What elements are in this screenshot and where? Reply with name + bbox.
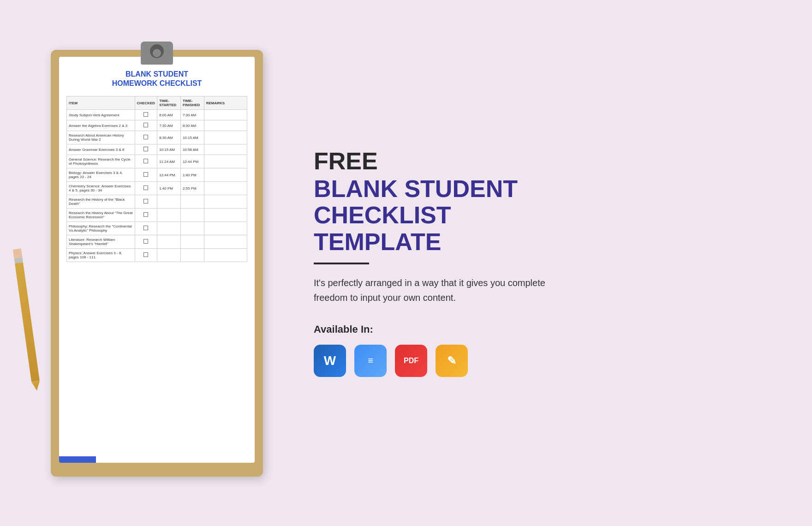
- cell-started: [157, 209, 181, 222]
- header-started: TIME-STARTED: [157, 96, 181, 110]
- pencil-decoration: [13, 248, 42, 395]
- checkbox[interactable]: [143, 123, 148, 127]
- cell-finished: 7:30 AM: [180, 110, 204, 120]
- checkbox[interactable]: [143, 212, 148, 217]
- cell-finished: 1:40 PM: [180, 168, 204, 182]
- header-remarks: REMARKS: [204, 96, 247, 110]
- cell-checked[interactable]: [135, 209, 157, 222]
- word-icon-label: W: [324, 353, 336, 368]
- main-title: BLANK STUDENT CHECKLIST TEMPLATE: [314, 176, 775, 255]
- cell-item: Study Subject-Verb Agreement: [67, 110, 135, 120]
- cell-checked[interactable]: [135, 144, 157, 155]
- pdf-icon[interactable]: PDF: [395, 345, 427, 377]
- cell-remarks: [204, 235, 247, 249]
- docs-icon-label: ≡: [368, 355, 373, 366]
- cell-remarks: [204, 249, 247, 262]
- checkbox[interactable]: [143, 135, 148, 139]
- checkbox[interactable]: [143, 159, 148, 163]
- checklist-title: BLANK STUDENT HOMEWORK CHECKLIST: [66, 70, 247, 89]
- checkbox[interactable]: [143, 252, 148, 257]
- cell-finished: 12:44 PM: [180, 155, 204, 168]
- header-checked: CHECKED: [135, 96, 157, 110]
- cell-remarks: [204, 110, 247, 120]
- free-label: FREE: [314, 149, 775, 173]
- cell-item: Answer Grammar Exercises 3 & 6: [67, 144, 135, 155]
- checkbox[interactable]: [143, 185, 148, 190]
- table-row: Research the History of the "Black Death…: [67, 195, 247, 209]
- header-item: ITEM: [67, 96, 135, 110]
- cell-finished: [180, 209, 204, 222]
- cell-item: Literature: Research William Shakespeare…: [67, 235, 135, 249]
- table-row: Answer the Algebra Exercises 2 & 37:30 A…: [67, 120, 247, 131]
- cell-item: Research the History About "The Great Ec…: [67, 209, 135, 222]
- table-row: Philosophy: Research the "Continental Vs…: [67, 222, 247, 235]
- cell-remarks: [204, 131, 247, 144]
- table-row: Biology: Answer Exercises 3 & 4, pages 2…: [67, 168, 247, 182]
- cell-item: Biology: Answer Exercises 3 & 4, pages 2…: [67, 168, 135, 182]
- cell-checked[interactable]: [135, 168, 157, 182]
- cell-item: Physics: Answer Exercises 3 - 8, pages 1…: [67, 249, 135, 262]
- table-row: Physics: Answer Exercises 3 - 8, pages 1…: [67, 249, 247, 262]
- pencil-tip-wood: [31, 381, 41, 391]
- checkbox[interactable]: [143, 239, 148, 244]
- cell-started: 10:15 AM: [157, 144, 181, 155]
- cell-finished: 10:15 AM: [180, 131, 204, 144]
- cell-started: [157, 195, 181, 209]
- cell-remarks: [204, 144, 247, 155]
- cell-checked[interactable]: [135, 195, 157, 209]
- checkbox[interactable]: [143, 112, 148, 117]
- table-row: Research About American History During W…: [67, 131, 247, 144]
- cell-remarks: [204, 222, 247, 235]
- cell-checked[interactable]: [135, 131, 157, 144]
- cell-checked[interactable]: [135, 182, 157, 195]
- cell-remarks: [204, 120, 247, 131]
- cell-checked[interactable]: [135, 120, 157, 131]
- cell-item: Chemistry Science: Answer Exercises 4 & …: [67, 182, 135, 195]
- cell-started: 12:44 PM: [157, 168, 181, 182]
- pencil-body: [15, 262, 40, 382]
- cell-checked[interactable]: [135, 235, 157, 249]
- cell-item: Philosophy: Research the "Continental Vs…: [67, 222, 135, 235]
- page-container: BLANK STUDENT HOMEWORK CHECKLIST ITEM CH…: [0, 0, 812, 526]
- cell-checked[interactable]: [135, 155, 157, 168]
- checkbox[interactable]: [143, 226, 148, 230]
- table-row: Study Subject-Verb Agreement6:00 AM7:30 …: [67, 110, 247, 120]
- table-row: Answer Grammar Exercises 3 & 610:15 AM10…: [67, 144, 247, 155]
- cell-finished: 8:30 AM: [180, 120, 204, 131]
- cell-started: [157, 222, 181, 235]
- pages-icon[interactable]: ✎: [436, 345, 468, 377]
- cell-item: Answer the Algebra Exercises 2 & 3: [67, 120, 135, 131]
- cell-started: 1:40 PM: [157, 182, 181, 195]
- cell-started: 8:30 AM: [157, 131, 181, 144]
- word-icon[interactable]: W: [314, 345, 346, 377]
- pages-icon-label: ✎: [447, 354, 456, 367]
- checkbox[interactable]: [143, 172, 148, 177]
- cell-finished: [180, 222, 204, 235]
- cell-checked[interactable]: [135, 110, 157, 120]
- cell-started: 6:00 AM: [157, 110, 181, 120]
- cell-checked[interactable]: [135, 249, 157, 262]
- docs-icon[interactable]: ≡: [354, 345, 387, 377]
- clipboard-wrapper: BLANK STUDENT HOMEWORK CHECKLIST ITEM CH…: [37, 50, 277, 477]
- pencil-eraser: [13, 248, 23, 258]
- blue-bar-decoration: [59, 456, 96, 463]
- cell-item: General Science: Research the Cycle of P…: [67, 155, 135, 168]
- cell-finished: [180, 195, 204, 209]
- cell-finished: 10:58 AM: [180, 144, 204, 155]
- cell-checked[interactable]: [135, 222, 157, 235]
- right-panel: FREE BLANK STUDENT CHECKLIST TEMPLATE It…: [304, 149, 775, 377]
- cell-item: Research About American History During W…: [67, 131, 135, 144]
- cell-started: [157, 235, 181, 249]
- clipboard-clip: [141, 42, 173, 65]
- checkbox[interactable]: [143, 199, 148, 203]
- table-row: Research the History About "The Great Ec…: [67, 209, 247, 222]
- table-row: Chemistry Science: Answer Exercises 4 & …: [67, 182, 247, 195]
- available-label: Available In:: [314, 323, 775, 335]
- description-text: It's perfectly arranged in a way that it…: [314, 275, 554, 305]
- cell-remarks: [204, 182, 247, 195]
- cell-started: 7:30 AM: [157, 120, 181, 131]
- cell-remarks: [204, 209, 247, 222]
- table-row: Literature: Research William Shakespeare…: [67, 235, 247, 249]
- checkbox[interactable]: [143, 147, 148, 151]
- title-divider: [314, 263, 369, 264]
